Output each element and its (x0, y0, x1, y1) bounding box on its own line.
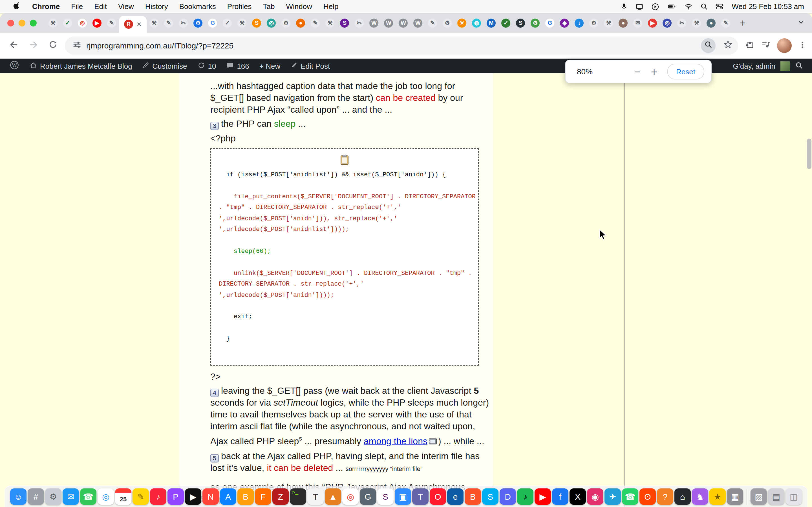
pinned-tab[interactable]: ✓ (60, 13, 75, 33)
window-maximize-button[interactable] (30, 20, 37, 26)
pinned-tab[interactable]: ✓ (499, 13, 513, 33)
window-close-button[interactable] (7, 20, 14, 26)
dock-app-icon[interactable]: ✎ (133, 489, 149, 505)
pinned-tab[interactable]: ✎ (425, 13, 440, 33)
adminbar-avatar[interactable] (780, 61, 790, 71)
dock-app-icon[interactable]: S (377, 489, 394, 505)
pinned-tab[interactable]: ⚙ (278, 13, 293, 33)
pinned-tab[interactable]: W (410, 13, 425, 33)
pinned-tab[interactable]: ↓ (572, 13, 587, 33)
pinned-tab[interactable]: ⚙ (528, 13, 543, 33)
menubar-spotlight-icon[interactable] (700, 3, 707, 10)
menubar-battery-icon[interactable] (667, 3, 676, 10)
pinned-tab[interactable]: ✂ (176, 13, 191, 33)
menubar-item-bookmarks[interactable]: Bookmarks (174, 2, 221, 11)
dock-app-icon[interactable]: ʘ (640, 489, 656, 505)
menubar-screen-icon[interactable] (635, 3, 643, 10)
pinned-tab[interactable]: ✎ (308, 13, 322, 33)
pinned-tab[interactable]: ◎ (264, 13, 278, 33)
menubar-wifi-icon[interactable] (684, 3, 692, 10)
pinned-tab[interactable]: W (366, 13, 381, 33)
wp-logo-menu[interactable]: W (4, 59, 24, 73)
dock-app-icon[interactable]: ▲ (325, 489, 341, 505)
menubar-item-edit[interactable]: Edit (89, 2, 112, 11)
dock-app-icon[interactable]: ⚙ (45, 489, 61, 505)
adminbar-comments[interactable]: 166 (221, 59, 254, 73)
window-minimize-button[interactable] (18, 20, 26, 26)
pinned-tab[interactable]: ☀ (455, 13, 469, 33)
active-tab[interactable]: R✕ (119, 16, 147, 33)
menubar-item-chrome[interactable]: Chrome (27, 2, 65, 11)
pinned-tab[interactable]: ⚒ (322, 13, 337, 33)
profile-avatar[interactable] (777, 38, 792, 53)
dock-app-icon[interactable]: G (360, 489, 376, 505)
pinned-tab[interactable]: ✉ (630, 13, 645, 33)
dock-app-icon[interactable]: ◫ (785, 489, 802, 505)
pinned-tab[interactable]: ⚒ (601, 13, 616, 33)
menubar-play-icon[interactable] (651, 3, 659, 10)
dock-app-icon[interactable]: 25 (115, 489, 132, 505)
media-controls-icon[interactable] (761, 40, 770, 51)
dock-app-icon[interactable]: B (465, 489, 481, 505)
dock-app-icon[interactable]: B (238, 489, 254, 505)
pinned-tab[interactable]: ▶ (645, 13, 660, 33)
dock-app-icon[interactable]: ♞ (692, 489, 708, 505)
tab-close-icon[interactable]: ✕ (137, 21, 142, 27)
menubar-mic-icon[interactable] (620, 3, 627, 10)
new-tab-button[interactable]: + (735, 16, 750, 31)
apple-menu-icon[interactable] (8, 2, 27, 11)
pinned-tab[interactable]: ⚒ (147, 13, 161, 33)
menubar-item-profiles[interactable]: Profiles (221, 2, 257, 11)
dock-app-icon[interactable]: ✈ (605, 489, 621, 505)
zoom-icon[interactable] (701, 38, 716, 53)
pinned-tab[interactable]: ✎ (161, 13, 176, 33)
adminbar-edit-post[interactable]: Edit Post (285, 59, 335, 73)
dock-app-icon[interactable]: ? (657, 489, 673, 505)
site-settings-icon[interactable] (73, 40, 81, 51)
omnibox[interactable]: rjmprogramming.com.au/ITblog/?p=72225 (65, 37, 738, 55)
dock-app-icon[interactable]: Z (272, 489, 289, 505)
pinned-tab[interactable]: ✎ (104, 13, 119, 33)
dock-app-icon[interactable]: ✉ (63, 489, 79, 505)
zoom-reset-button[interactable]: Reset (667, 64, 704, 79)
dock-app-icon[interactable]: ☎ (622, 489, 638, 505)
menubar-item-history[interactable]: History (140, 2, 174, 11)
zoom-in-button[interactable]: + (646, 63, 663, 80)
dock-app-icon[interactable]: S (482, 489, 499, 505)
dock-app-icon[interactable]: F (255, 489, 271, 505)
pinned-tab[interactable]: ◎ (660, 13, 674, 33)
forward-button[interactable] (26, 38, 41, 54)
adminbar-greeting[interactable]: G'day, admin (733, 62, 775, 70)
dock-app-icon[interactable]: T (412, 489, 428, 505)
dock-app-icon[interactable]: ♪ (150, 489, 166, 505)
dock-app-icon[interactable]: ▶ (185, 489, 201, 505)
dock-app-icon[interactable]: e (447, 489, 463, 505)
menubar-item-file[interactable]: File (65, 2, 89, 11)
dock-app-icon[interactable]: O (430, 489, 446, 505)
dock-app-icon[interactable]: ☺ (10, 489, 27, 505)
dock-app-icon[interactable]: ⌂ (674, 489, 691, 505)
dock-app-icon[interactable]: ▤ (768, 489, 784, 505)
zoom-out-button[interactable]: − (629, 63, 646, 80)
adminbar-customise[interactable]: Customise (137, 59, 192, 73)
pinned-tab[interactable]: ⚒ (689, 13, 704, 33)
dock-app-icon[interactable]: ☎ (80, 489, 96, 505)
dock-app-icon[interactable]: >_ (290, 489, 306, 505)
dock-app-icon[interactable]: ▣ (395, 489, 411, 505)
pinned-tab[interactable]: S (337, 13, 352, 33)
pinned-tab[interactable]: ● (293, 13, 308, 33)
menubar-item-tab[interactable]: Tab (257, 2, 281, 11)
adminbar-site-name[interactable]: Robert James Metcalfe Blog (24, 59, 137, 73)
dock-app-icon[interactable]: X (569, 489, 586, 505)
pinned-tab[interactable]: S (513, 13, 528, 33)
dock-app-icon[interactable]: ▨ (751, 489, 767, 505)
pinned-tab[interactable]: ⚒ (235, 13, 249, 33)
pinned-tab[interactable]: G (543, 13, 557, 33)
dock-app-icon[interactable]: ▦ (727, 489, 743, 505)
dock-app-icon[interactable]: ▶ (535, 489, 551, 505)
dock-app-icon[interactable]: ★ (709, 489, 726, 505)
pinned-tab[interactable]: M (484, 13, 499, 33)
pinned-tab[interactable]: ⚙ (587, 13, 601, 33)
pinned-tab[interactable]: ✂ (674, 13, 689, 33)
inline-link[interactable]: among the lions (364, 436, 427, 446)
